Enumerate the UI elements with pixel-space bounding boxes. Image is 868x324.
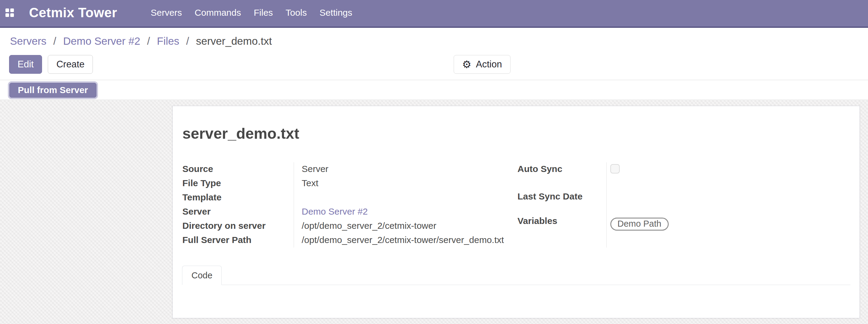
- breadcrumb-separator: /: [143, 35, 154, 47]
- create-button[interactable]: Create: [48, 55, 93, 74]
- field-value-directory-on-server: /opt/demo_server_2/cetmix-tower: [294, 219, 518, 233]
- notebook-tabs: Code: [182, 266, 850, 285]
- control-panel-buttons: Edit Create: [9, 55, 93, 74]
- breadcrumb-current: server_demo.txt: [196, 35, 272, 47]
- field-row-template: Template: [182, 191, 518, 205]
- field-value-auto-sync: [607, 162, 851, 190]
- notebook: Code: [182, 266, 850, 285]
- field-value-template: [294, 191, 518, 205]
- action-button[interactable]: ⚙ Action: [454, 55, 510, 74]
- navbar-item-files[interactable]: Files: [247, 0, 279, 25]
- field-row-file-type: File Type Text: [182, 176, 518, 191]
- breadcrumb-link-demo-server-2[interactable]: Demo Server #2: [63, 35, 140, 47]
- field-groups: Source Server File Type Text Template Se…: [182, 162, 851, 248]
- field-row-source: Source Server: [182, 162, 518, 176]
- apps-grid-square: [10, 8, 14, 12]
- apps-grid-square: [5, 13, 9, 17]
- apps-grid-icon[interactable]: [5, 8, 14, 17]
- edit-button[interactable]: Edit: [9, 55, 42, 74]
- field-row-server: Server Demo Server #2: [182, 205, 518, 219]
- field-label-file-type: File Type: [182, 176, 294, 191]
- breadcrumb: Servers / Demo Server #2 / Files / serve…: [10, 35, 272, 47]
- form-sheet: server_demo.txt Source Server File Type …: [173, 106, 860, 318]
- field-label-variables: Variables: [518, 214, 607, 248]
- field-value-source: Server: [294, 162, 518, 176]
- form-background: server_demo.txt Source Server File Type …: [0, 100, 868, 324]
- field-group-right: Auto Sync Last Sync Date Variables Demo …: [518, 162, 851, 248]
- control-panel: Servers / Demo Server #2 / Files / serve…: [0, 29, 868, 80]
- field-value-file-type: Text: [294, 176, 518, 191]
- field-label-full-server-path: Full Server Path: [182, 233, 294, 248]
- breadcrumb-link-files[interactable]: Files: [157, 35, 179, 47]
- navbar-item-servers[interactable]: Servers: [144, 0, 188, 25]
- field-row-variables: Variables Demo Path: [518, 214, 851, 248]
- apps-grid-square: [5, 8, 9, 12]
- navbar-item-commands[interactable]: Commands: [188, 0, 247, 25]
- breadcrumb-separator: /: [182, 35, 193, 47]
- field-value-full-server-path: /opt/demo_server_2/cetmix-tower/server_d…: [294, 233, 518, 248]
- field-row-directory-on-server: Directory on server /opt/demo_server_2/c…: [182, 219, 518, 233]
- app-brand[interactable]: Cetmix Tower: [29, 5, 117, 20]
- app-window: Cetmix Tower Servers Commands Files Tool…: [0, 0, 868, 324]
- field-value-server-link[interactable]: Demo Server #2: [294, 205, 518, 219]
- tab-code[interactable]: Code: [182, 266, 222, 285]
- field-label-auto-sync: Auto Sync: [518, 162, 607, 190]
- field-label-source: Source: [182, 162, 294, 176]
- field-value-variables: Demo Path: [607, 214, 851, 248]
- field-value-last-sync-date: [607, 190, 851, 215]
- field-label-template: Template: [182, 191, 294, 205]
- field-group-left: Source Server File Type Text Template Se…: [182, 162, 518, 248]
- field-label-last-sync-date: Last Sync Date: [518, 190, 607, 215]
- top-menu: Servers Commands Files Tools Settings: [144, 0, 359, 25]
- gear-icon: ⚙: [462, 59, 471, 69]
- field-row-last-sync-date: Last Sync Date: [518, 190, 851, 215]
- statusbar: Pull from Server: [0, 80, 868, 100]
- field-row-auto-sync: Auto Sync: [518, 162, 851, 190]
- pull-from-server-button[interactable]: Pull from Server: [9, 83, 96, 98]
- top-navbar: Cetmix Tower Servers Commands Files Tool…: [0, 0, 868, 28]
- navbar-item-settings[interactable]: Settings: [313, 0, 359, 25]
- apps-grid-square: [10, 13, 14, 17]
- variable-tag-demo-path: Demo Path: [610, 218, 669, 231]
- navbar-item-tools[interactable]: Tools: [279, 0, 313, 25]
- auto-sync-checkbox: [610, 164, 620, 173]
- breadcrumb-link-servers[interactable]: Servers: [10, 35, 46, 47]
- action-button-label: Action: [476, 59, 502, 70]
- field-label-directory-on-server: Directory on server: [182, 219, 294, 233]
- page-title: server_demo.txt: [182, 125, 299, 142]
- breadcrumb-separator: /: [49, 35, 60, 47]
- field-row-full-server-path: Full Server Path /opt/demo_server_2/cetm…: [182, 233, 518, 248]
- field-label-server: Server: [182, 205, 294, 219]
